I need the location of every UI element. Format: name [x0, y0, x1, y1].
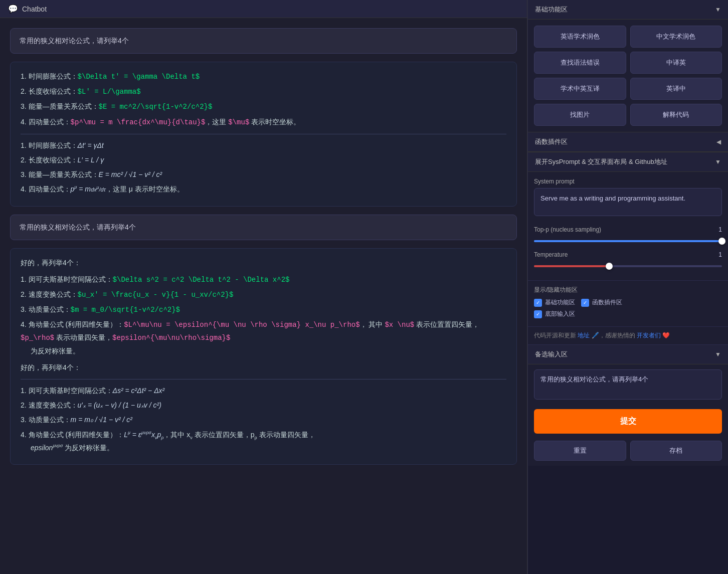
checkbox-input-box: ✓ — [534, 310, 542, 318]
rendered-math-2: L′ = L / γ — [78, 156, 104, 164]
btn-academic-translate[interactable]: 学术中英互译 — [534, 78, 626, 100]
plugin-label: 函数插件区 — [535, 137, 568, 146]
formula-green-2-3: $m = m_0/\sqrt{1-v^2/c^2}$ — [71, 306, 180, 314]
formula-pink-2-2: $x \nu$ — [385, 321, 414, 329]
footer-link[interactable]: 地址 — [578, 332, 590, 339]
formula-list-2: 1. 闵可夫斯基时空间隔公式：$\Delta s^2 = c^2 \Delta … — [21, 273, 506, 357]
rendered-math-4: pμ = mdxμ/dτ — [71, 185, 106, 193]
assistant-intro: 好的，再列举4个： — [21, 257, 506, 269]
checkbox-row-2: ✓ 底部输入区 — [534, 310, 722, 318]
header-bar: 💬 Chatbot — [0, 0, 527, 18]
checkbox-input[interactable]: ✓ 底部输入区 — [534, 310, 575, 318]
rendered-math-2-3: m = m₀ / √1 − v² / c² — [71, 416, 132, 424]
rendered-sub-text: epsilonμνρσ — [31, 444, 63, 452]
user-message-2-text: 常用的狭义相对论公式，请再列举4个 — [20, 223, 136, 231]
submit-button[interactable]: 提交 — [534, 409, 722, 434]
top-p-slider-container[interactable] — [534, 236, 722, 246]
btn-zh-to-en[interactable]: 中译英 — [630, 52, 722, 74]
rendered-math-2-2: u′ₓ = (uₓ − v) / (1 − uₓv / c²) — [78, 401, 161, 409]
formula-pink-2-4: $epsilon^{\mu\nu\rho\sigma}$ — [112, 334, 230, 342]
btn-grammar-check[interactable]: 查找语法错误 — [534, 52, 626, 74]
separator-1 — [21, 134, 506, 134]
slider-area: Top-p (nucleus sampling) 1 Temperature 1 — [528, 222, 728, 280]
formula-item-1-2: 2. 长度收缩公式：$L' = L/\gamma$ — [21, 85, 506, 98]
user-message-1-text: 常用的狭义相对论公式，请列举4个 — [20, 37, 129, 45]
temperature-thumb[interactable] — [606, 263, 613, 270]
rendered-item-1-4: 4. 四动量公式：pμ = mdxμ/dτ，这里 μ 表示时空坐标。 — [21, 183, 506, 196]
rendered-math-2-4: Lμ = εμνρσxνpρ — [124, 431, 163, 439]
btn-chinese-polish[interactable]: 中文学术润色 — [630, 26, 722, 48]
system-prompt-label: System prompt — [534, 178, 722, 185]
formula-green-2: $L' = L/\gamma$ — [78, 88, 141, 96]
basic-functions-header: 基础功能区 ▼ — [528, 0, 728, 20]
formula-pink-2-3: $p_\rho$ — [21, 334, 54, 342]
chat-messages: 常用的狭义相对论公式，请列举4个 1. 时间膨胀公式：$\Delta t' = … — [0, 18, 527, 574]
chat-panel: 💬 Chatbot 常用的狭义相对论公式，请列举4个 1. 时间膨胀公式：$\D… — [0, 0, 527, 574]
temperature-track — [534, 265, 722, 267]
assistant-intro-2: 好的，再列举4个： — [21, 361, 506, 374]
top-p-label: Top-p (nucleus sampling) — [534, 226, 707, 233]
btn-find-image[interactable]: 找图片 — [534, 104, 626, 126]
expand-header[interactable]: 展开SysPrompt & 交互界面布局 & Github地址 ▼ — [528, 152, 728, 172]
plugin-arrow: ◀ — [716, 138, 721, 145]
formula-green-1: $\Delta t' = \gamma \Delta t$ — [78, 73, 200, 81]
backup-section: 备选输入区 ▼ 常用的狭义相对论公式，请再列举4个 提交 重置 存档 — [528, 344, 728, 466]
reset-button[interactable]: 重置 — [534, 441, 626, 461]
footer-note: 代码开源和更新 地址 🖊️，感谢热情的 开发者们 ❤️ — [528, 326, 728, 344]
top-p-track — [534, 240, 722, 242]
assistant-message-1: 1. 时间膨胀公式：$\Delta t' = \gamma \Delta t$ … — [10, 62, 517, 207]
right-panel: 基础功能区 ▼ 英语学术润色 中文学术润色 查找语法错误 中译英 学术中英互译 … — [527, 0, 728, 574]
backup-header[interactable]: 备选输入区 ▼ — [528, 345, 728, 364]
system-prompt-area: System prompt Serve me as a writing and … — [528, 172, 728, 222]
expand-label: 展开SysPrompt & 交互界面布局 & Github地址 — [535, 157, 667, 166]
formula-sub-text: 为反对称张量。 — [31, 347, 80, 355]
backup-label: 备选输入区 — [535, 350, 568, 359]
checkbox-row-1: ✓ 基础功能区 ✓ 函数插件区 — [534, 298, 722, 307]
formula-green-3: $E = mc^2/\sqrt{1-v^2/c^2}$ — [99, 103, 213, 111]
formula-green-2-1: $\Delta s^2 = c^2 \Delta t^2 - \Delta x^… — [113, 276, 290, 284]
btn-english-polish[interactable]: 英语学术润色 — [534, 26, 626, 48]
formula-pink-2-1: $L^\mu\nu = \epsilon^{\mu \nu \rho \sigm… — [124, 321, 359, 329]
temperature-slider-container[interactable] — [534, 261, 722, 271]
save-button[interactable]: 存档 — [630, 441, 722, 461]
rendered-math-2-1: Δs² = c²Δt² − Δx² — [113, 387, 165, 395]
footer-link2[interactable]: 开发者们 — [637, 332, 661, 339]
checkbox-plugin-label: 函数插件区 — [592, 298, 622, 307]
assistant-message-2: 好的，再列举4个： 1. 闵可夫斯基时空间隔公式：$\Delta s^2 = c… — [10, 248, 517, 465]
checkbox-input-label: 底部输入区 — [545, 310, 575, 318]
visibility-section: 显示/隐藏功能区 ✓ 基础功能区 ✓ 函数插件区 ✓ 底部输入区 — [528, 280, 728, 326]
basic-functions-arrow: ▼ — [715, 6, 721, 13]
bottom-buttons: 重置 存档 — [528, 437, 728, 466]
top-p-value: 1 — [707, 226, 722, 233]
btn-en-to-zh[interactable]: 英译中 — [630, 78, 722, 100]
btn-explain-code[interactable]: 解释代码 — [630, 104, 722, 126]
footer-text: 代码开源和更新 — [534, 332, 576, 339]
rendered-item-2-4: 4. 角动量公式 (利用四维矢量）：Lμ = εμνρσxνpρ，其中 xν 表… — [21, 429, 506, 454]
formula-item-2-2: 2. 速度变换公式：$u_x' = \frac{u_x - v}{1 - u_x… — [21, 288, 506, 301]
footer-heart: ❤️ — [662, 332, 670, 339]
top-p-thumb[interactable] — [718, 238, 725, 245]
user-message-2: 常用的狭义相对论公式，请再列举4个 — [10, 215, 517, 240]
checkbox-basic[interactable]: ✓ 基础功能区 — [534, 298, 575, 307]
checkbox-plugin-box: ✓ — [581, 299, 589, 307]
formula-item-2-4: 4. 角动量公式 (利用四维矢量）：$L^\mu\nu = \epsilon^{… — [21, 318, 506, 357]
formula-pink-1: $p^\mu = m \frac{dx^\mu}{d\tau}$ — [71, 118, 206, 126]
rendered-item-1-2: 2. 长度收缩公式：L′ = L / γ — [21, 154, 506, 166]
rendered-item-2-3: 3. 动质量公式：m = m₀ / √1 − v² / c² — [21, 414, 506, 426]
formula-item-2-3: 3. 动质量公式：$m = m_0/\sqrt{1-v^2/c^2}$ — [21, 303, 506, 316]
rendered-item-2-2: 2. 速度变换公式：u′ₓ = (uₓ − v) / (1 − uₓv / c²… — [21, 399, 506, 412]
checkbox-basic-label: 基础功能区 — [545, 298, 575, 307]
user-message-1: 常用的狭义相对论公式，请列举4个 — [10, 28, 517, 54]
rendered-math-1: Δt′ = γΔt — [78, 141, 104, 149]
backup-arrow: ▼ — [715, 351, 721, 358]
checkbox-plugin[interactable]: ✓ 函数插件区 — [581, 298, 622, 307]
backup-textarea[interactable]: 常用的狭义相对论公式，请再列举4个 — [534, 369, 722, 400]
chat-icon: 💬 — [8, 4, 18, 14]
temperature-fill — [534, 265, 609, 267]
rendered-math-3: E = mc² / √1 − v² / c² — [99, 170, 162, 178]
rendered-item-1-1: 1. 时间膨胀公式：Δt′ = γΔt — [21, 139, 506, 152]
plugin-section-header: 函数插件区 ◀ — [528, 132, 728, 152]
formula-item-2-1: 1. 闵可夫斯基时空间隔公式：$\Delta s^2 = c^2 \Delta … — [21, 273, 506, 286]
formula-item-1-4: 4. 四动量公式：$p^\mu = m \frac{dx^\mu}{d\tau}… — [21, 116, 506, 129]
rendered-list-1: 1. 时间膨胀公式：Δt′ = γΔt 2. 长度收缩公式：L′ = L / γ… — [21, 139, 506, 196]
